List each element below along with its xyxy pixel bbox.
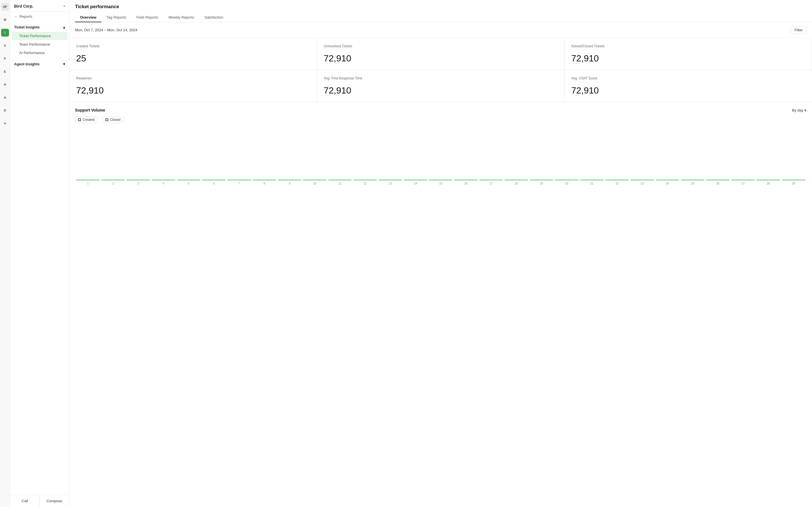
ticket-insights-title: Ticket Insights <box>14 25 40 29</box>
bar-col-day-1: 1 <box>76 180 100 185</box>
rail-icon-icon-p[interactable]: P <box>1 55 9 62</box>
bar-label-day-25: 25 <box>691 182 694 185</box>
bar-col-day-4: 4 <box>152 180 175 185</box>
bar-label-day-7: 7 <box>238 182 240 185</box>
company-name: Bird Corp. <box>14 4 33 8</box>
bar-label-day-28: 28 <box>767 182 770 185</box>
bar-col-day-13: 13 <box>378 180 402 185</box>
rail-icon-icon-s[interactable]: S <box>1 42 9 50</box>
bar-day-18 <box>504 180 528 180</box>
date-bar: Mon, Oct 7, 2024 – Mon, Oct 14, 2024 Fil… <box>69 22 812 38</box>
bar-label-day-18: 18 <box>515 182 518 185</box>
bar-label-day-23: 23 <box>641 182 644 185</box>
bar-label-day-6: 6 <box>213 182 215 185</box>
sidebar-header[interactable]: Bird Corp. ▾ <box>10 0 69 11</box>
bar-chart: 1234567891011121314151617181920212223242… <box>75 129 806 185</box>
tab-weekly-reports[interactable]: Weekly Reports <box>163 13 199 22</box>
bar-col-day-23: 23 <box>630 180 654 185</box>
bar-col-day-12: 12 <box>353 180 377 185</box>
bar-label-day-2: 2 <box>112 182 114 185</box>
bar-day-19 <box>530 180 553 180</box>
agent-insights-chevron-icon: ▾ <box>63 62 65 66</box>
bar-day-5 <box>177 180 200 180</box>
bar-col-day-5: 5 <box>177 180 200 185</box>
metric-unresolved-tickets-label: Unresolved Tickets <box>324 44 557 48</box>
rail-icon-icon-m[interactable]: M <box>1 16 9 24</box>
tab-field-reports[interactable]: Field Reports <box>132 13 163 22</box>
ticket-insights-header[interactable]: Ticket Insights ▴ <box>10 22 69 32</box>
bar-day-23 <box>630 180 654 180</box>
bar-col-day-15: 15 <box>429 180 452 185</box>
chart-header: Support Volume By day ▾ <box>75 108 806 112</box>
call-button[interactable]: Call <box>10 495 40 507</box>
bar-col-day-18: 18 <box>504 180 528 185</box>
bar-label-day-27: 27 <box>742 182 745 185</box>
bar-day-7 <box>227 180 251 180</box>
filter-button[interactable]: Filter <box>791 26 806 34</box>
bar-label-day-17: 17 <box>490 182 493 185</box>
metric-solved-closed-tickets-label: Solved/Closed Tickets <box>571 44 805 48</box>
bar-label-day-22: 22 <box>615 182 619 185</box>
bar-col-day-17: 17 <box>479 180 503 185</box>
bar-day-25 <box>681 180 704 180</box>
rail-icon-op-avatar[interactable]: OP <box>1 3 9 11</box>
bar-day-14 <box>404 180 427 180</box>
bar-label-day-15: 15 <box>439 182 442 185</box>
rail-icon-icon-e[interactable]: E <box>1 68 9 75</box>
legend-item-created[interactable]: Created <box>75 116 98 123</box>
bar-col-day-27: 27 <box>731 180 755 185</box>
bar-col-day-8: 8 <box>253 180 276 185</box>
bar-day-17 <box>479 180 503 180</box>
page-title: Ticket performance <box>75 4 806 10</box>
bar-col-day-2: 2 <box>101 180 124 185</box>
metric-avg-first-response: Avg. First Response Time 72,910 <box>317 70 564 102</box>
tab-tag-reports[interactable]: Tag Reports <box>101 13 132 22</box>
ticket-insights-chevron-icon: ▴ <box>63 25 65 29</box>
rail-icon-icon-add[interactable]: + <box>1 119 9 127</box>
rail-icon-icon-d[interactable]: D <box>1 107 9 114</box>
sidebar: Bird Corp. ▾ ← Reports Ticket Insights ▴… <box>10 0 69 507</box>
bar-col-day-6: 6 <box>202 180 225 185</box>
icon-rail: OPMISPEHAD+ <box>0 0 10 507</box>
metric-reopenes: Reopenes 72,910 <box>69 70 317 102</box>
sidebar-item-label: AI Performance <box>19 51 45 55</box>
bar-day-4 <box>152 180 175 180</box>
bar-col-day-20: 20 <box>555 180 578 185</box>
bar-day-28 <box>756 180 780 180</box>
rail-icon-icon-h[interactable]: H <box>1 80 9 89</box>
sidebar-item-label: Ticket Performance <box>19 34 51 38</box>
sidebar-item-ai-performance[interactable]: AI Performance <box>12 49 67 57</box>
chart-filter-label: By day <box>792 108 803 112</box>
chart-filter-dropdown[interactable]: By day ▾ <box>792 108 806 112</box>
bar-col-day-11: 11 <box>328 180 352 185</box>
chart-section: Support Volume By day ▾ Created Closed <box>69 102 812 191</box>
legend-dot-closed <box>105 118 108 121</box>
bar-col-day-16: 16 <box>454 180 477 185</box>
tab-satisfaction[interactable]: Satisfaction <box>199 13 229 22</box>
bar-day-20 <box>555 180 578 180</box>
sidebar-item-team-performance[interactable]: Team Performance <box>12 40 67 48</box>
tab-weekly-reports-label: Weekly Reports <box>168 15 194 19</box>
sidebar-item-ticket-performance[interactable]: Ticket Performance <box>12 32 67 40</box>
bar-day-27 <box>731 180 755 180</box>
chart-filter-chevron-icon: ▾ <box>804 108 806 112</box>
bar-col-day-9: 9 <box>278 180 301 185</box>
bar-label-day-9: 9 <box>289 182 290 185</box>
compose-button[interactable]: Compose <box>40 495 69 507</box>
metric-avg-first-response-value: 72,910 <box>324 86 557 96</box>
bar-day-11 <box>328 180 352 180</box>
legend-item-closed[interactable]: Closed <box>102 116 123 123</box>
metric-solved-closed-tickets-value: 72,910 <box>571 53 805 64</box>
tab-overview[interactable]: Overview <box>75 13 101 22</box>
rail-icon-icon-a[interactable]: A <box>1 94 9 101</box>
metric-avg-csat-score-value: 72,910 <box>571 86 805 96</box>
bar-col-day-21: 21 <box>580 180 604 185</box>
bar-col-day-19: 19 <box>530 180 553 185</box>
bar-label-day-19: 19 <box>540 182 543 185</box>
sidebar-back-link[interactable]: ← Reports <box>10 11 69 21</box>
rail-icon-icon-i[interactable]: I <box>1 29 9 37</box>
agent-insights-header[interactable]: Agent Insights ▾ <box>10 59 69 68</box>
metric-created-tickets-value: 25 <box>76 53 310 64</box>
bar-day-12 <box>353 180 377 180</box>
bar-day-21 <box>580 180 604 180</box>
